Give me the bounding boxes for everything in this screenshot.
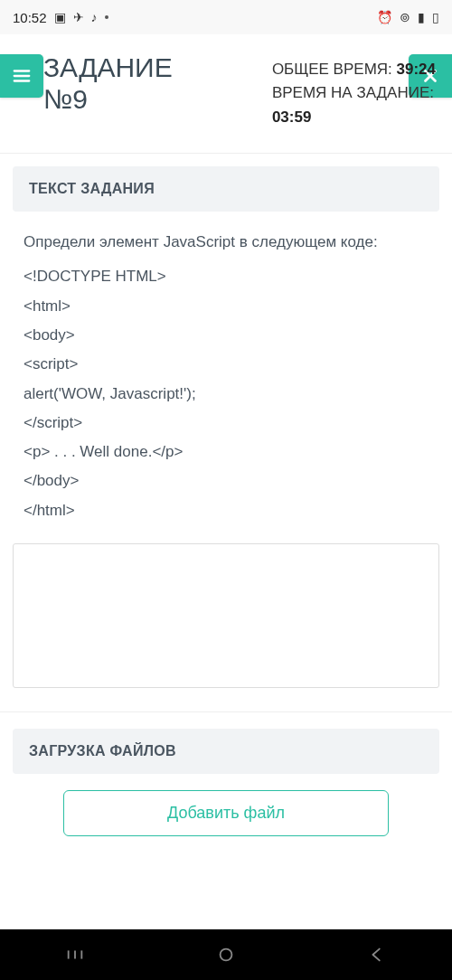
task-time-value: 03:59 xyxy=(272,108,311,126)
task-title: ЗАДАНИЕ №9 xyxy=(43,52,173,115)
task-text-header: ТЕКСТ ЗАДАНИЯ xyxy=(13,166,439,212)
add-file-button[interactable]: Добавить файл xyxy=(63,790,389,836)
task-body: Определи элемент JavaScript в следующем … xyxy=(13,228,439,543)
answer-textarea[interactable] xyxy=(13,543,439,688)
status-bar: 10:52 ▣ ✈ ♪ ⏰ ⊚ ▮ ▯ xyxy=(0,0,452,34)
battery-icon: ▯ xyxy=(432,10,439,24)
code-line: <p> . . . Well done.</p> xyxy=(24,438,428,466)
total-time-value: 39:24 xyxy=(397,61,436,78)
task-title-line2: №9 xyxy=(43,84,173,116)
code-line: <html> xyxy=(24,292,428,321)
code-line: </body> xyxy=(24,466,428,495)
back-button[interactable] xyxy=(350,937,404,973)
content: ТЕКСТ ЗАДАНИЯ Определи элемент JavaScrip… xyxy=(0,154,452,849)
timers: ОБЩЕЕ ВРЕМЯ: 39:24 ВРЕМЯ НА ЗАДАНИЕ: 03:… xyxy=(272,52,436,129)
task-title-line1: ЗАДАНИЕ xyxy=(43,52,173,84)
code-line: alert('WOW, Javascript!'); xyxy=(24,380,428,409)
task-time-label: ВРЕМЯ НА ЗАДАНИЕ: xyxy=(272,84,434,101)
recent-apps-button[interactable] xyxy=(48,937,102,973)
code-line: <!DOCTYPE HTML> xyxy=(24,262,428,291)
home-icon xyxy=(216,945,236,965)
task-prompt: Определи элемент JavaScript в следующем … xyxy=(24,228,428,257)
more-icon xyxy=(105,15,108,19)
back-icon xyxy=(367,945,387,965)
home-button[interactable] xyxy=(199,937,253,973)
code-line: </script> xyxy=(24,409,428,438)
wifi-icon: ⊚ xyxy=(400,10,410,24)
tiktok-icon: ♪ xyxy=(91,10,98,24)
status-time: 10:52 xyxy=(13,10,47,25)
code-line: </html> xyxy=(24,496,428,525)
upload-header: ЗАГРУЗКА ФАЙЛОВ xyxy=(13,729,439,774)
code-line: <body> xyxy=(24,321,428,350)
telegram-icon: ✈ xyxy=(73,10,84,24)
total-time-label: ОБЩЕЕ ВРЕМЯ: xyxy=(272,61,397,78)
task-header: ЗАДАНИЕ №9 ОБЩЕЕ ВРЕМЯ: 39:24 ВРЕМЯ НА З… xyxy=(0,34,452,154)
image-icon: ▣ xyxy=(54,10,66,24)
divider xyxy=(0,711,452,712)
svg-point-8 xyxy=(221,949,232,961)
recent-icon xyxy=(65,945,85,965)
signal-icon: ▮ xyxy=(418,10,425,24)
alarm-icon: ⏰ xyxy=(377,10,392,24)
android-nav-bar xyxy=(0,929,452,980)
code-line: <script> xyxy=(24,350,428,379)
